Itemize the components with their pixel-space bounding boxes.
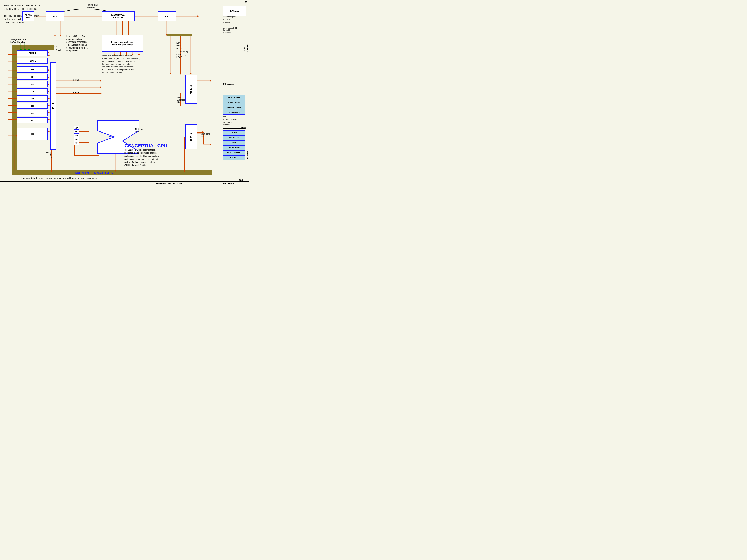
edi-box: edi — [17, 103, 48, 109]
etc-etc-box: ETC ETC — [223, 155, 245, 160]
registers-note: All registers have:LOAD INC DEC — [10, 38, 27, 43]
svg-marker-46 — [100, 80, 102, 82]
mem-mapped-label: MEMMAPPEDSPACE — [243, 43, 249, 52]
svg-marker-56 — [184, 170, 185, 172]
mdr-box: MDR — [185, 125, 197, 149]
up-to-3gb-label: up to about 3 GBfor IA 32machines — [223, 27, 237, 33]
top-left-bus — [12, 45, 54, 50]
vga-control-box: VGA CONTROL — [223, 150, 245, 155]
internal-chip-label: INTERNAL TO CPU CHIP — [156, 182, 182, 185]
cpu-diagram: The clock, FSM and decoder can be called… — [0, 0, 249, 187]
temp1-box: TEMP 1 — [17, 50, 48, 56]
mux-box: M U X — [50, 62, 56, 149]
svg-marker-29 — [48, 105, 50, 106]
svg-marker-3 — [48, 55, 50, 56]
fsm-box: FSM — [46, 11, 64, 21]
dos-area-box: DOS area — [223, 6, 247, 17]
timing-state-label: Timing statevariables — [87, 4, 98, 8]
y-mux-label: Y MUX — [44, 152, 51, 154]
sixty-four-k-label: 64K — [239, 179, 243, 182]
edx-box: edx — [17, 88, 48, 95]
network-buffers-box: Network buffers — [223, 105, 245, 110]
external-label: EXTERNAL — [223, 182, 235, 185]
main-bus-label: MAIN INTERNAL BUS — [75, 171, 113, 175]
svg-marker-1 — [48, 51, 50, 53]
mem-data-bus-label: Mem databus — [201, 133, 210, 137]
svg-marker-65 — [197, 15, 199, 17]
fsm-lines-note: Lines INTO the FSMallow for run-timedepe… — [67, 35, 99, 52]
svg-marker-21 — [48, 90, 50, 92]
svg-marker-25 — [48, 98, 50, 99]
sound-buffers-box: Sound buffers — [223, 100, 245, 105]
ebp-box: ebp — [17, 110, 48, 116]
zero-top-label: 0 — [245, 0, 249, 3]
y-bus-label: Y BUS — [73, 79, 79, 81]
esp-box: esp — [17, 117, 48, 124]
memory-map-area: 0 DOS area MEMMAPPEDSPACE Available spac… — [222, 0, 249, 182]
svg-marker-93 — [180, 73, 181, 75]
memory-mapped-note: All these devicesare "memorymapped" — [223, 118, 236, 126]
ebx-box: ebx — [17, 74, 48, 80]
etc-label: etc — [223, 116, 226, 118]
s-pic-box: S PIC — [223, 140, 245, 145]
video-buffers-box: Video buffers — [223, 95, 245, 100]
svg-rect-89 — [167, 34, 192, 36]
svg-marker-70 — [59, 35, 61, 37]
temp2-box: TEMP 2 — [17, 58, 48, 64]
svg-marker-33 — [48, 112, 50, 113]
svg-marker-54 — [114, 170, 116, 172]
ir-box: INSTRUCTIONREGISTER — [102, 11, 135, 21]
x-bus-label: X BUS — [73, 91, 80, 94]
available-space-label: Available spacefor RAMmodules — [223, 16, 236, 23]
mouse-port-box: MOUSE PORT — [223, 145, 245, 150]
y-sel-label: Y SEL — [51, 46, 57, 48]
alu-label: ALU — [109, 135, 114, 138]
svg-marker-97 — [210, 80, 212, 82]
svg-marker-50 — [100, 92, 102, 94]
svg-marker-9 — [48, 69, 50, 71]
m-pic-box: M PIC — [223, 130, 245, 135]
svg-marker-13 — [48, 76, 50, 78]
eip-box: EIP — [158, 11, 176, 21]
mar-box: MAR — [185, 75, 197, 104]
svg-marker-91 — [169, 73, 171, 75]
arrows-note: These arrows represent the LOAD,X and Y … — [102, 54, 156, 74]
sf-box: SF — [74, 141, 79, 145]
io-space-bar: IO SPACE — [246, 129, 249, 179]
keyboard-box: KEYBOARD — [223, 135, 245, 140]
svg-marker-17 — [48, 83, 50, 85]
decoder-box: Instruction and statedecoder gate array — [102, 35, 143, 52]
left-bus-bar — [12, 46, 17, 175]
conceptual-cpu-title: CONCEPTUAL CPU — [125, 143, 167, 149]
cpu-desc: organization. Omits segmentation,protect… — [125, 148, 183, 167]
mem-mapped-bar: MEMMAPPEDSPACE — [246, 3, 249, 92]
svg-marker-95 — [190, 73, 192, 75]
eax-box: eax — [17, 66, 48, 73]
io-space-label: IO SPACE — [246, 149, 249, 160]
ecx-box: ecx — [17, 81, 48, 87]
svg-marker-88 — [166, 34, 168, 36]
mem-addr-bus-label: MemAddressBus — [177, 97, 185, 103]
svg-marker-68 — [54, 35, 56, 37]
pci-devices-label: PCI devices — [223, 83, 234, 85]
svg-marker-101 — [210, 143, 212, 145]
svg-marker-37 — [48, 118, 50, 120]
clock-osc-box: CLOCK OSC — [22, 11, 34, 21]
x-sel-label: X SEL — [56, 49, 61, 51]
eip-mar-mdr-note: EIPMARMDR:assume theyhave INC,LOAD — [176, 42, 188, 59]
svg-marker-41 — [48, 131, 50, 133]
svg-marker-52 — [51, 170, 52, 172]
esi-box: esi — [17, 96, 48, 102]
svg-marker-48 — [100, 86, 102, 88]
scsi-buffers-box: SCSI buffers — [223, 110, 245, 115]
tr-box: TR — [17, 128, 48, 140]
bottom-note: Only one data item can occupy the main i… — [21, 177, 97, 179]
alu-func-label: ALU funcselect — [135, 128, 144, 133]
